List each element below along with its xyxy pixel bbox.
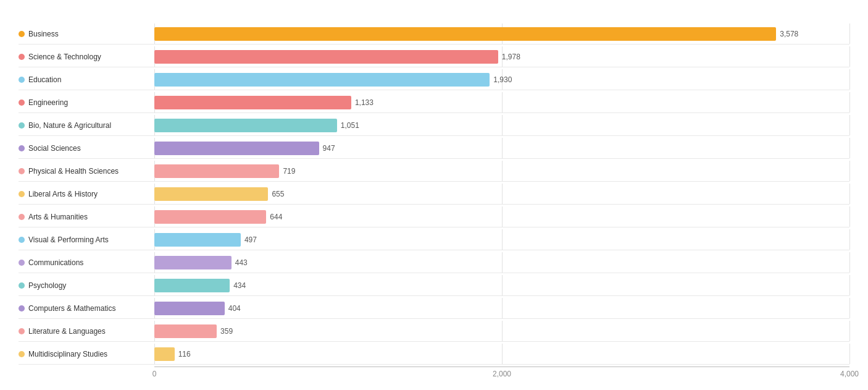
bar-row: Business3,578 [19, 23, 849, 45]
bar-label-text: Education [28, 75, 61, 84]
bar-value-label: 719 [283, 167, 295, 176]
bar-label-text: Liberal Arts & History [28, 190, 98, 198]
grid-line [849, 344, 850, 364]
grid-line [849, 46, 850, 67]
bar-label-text: Physical & Health Sciences [28, 167, 119, 176]
bar-label: Liberal Arts & History [19, 190, 154, 198]
grid-line [849, 298, 850, 318]
bar-track: 404 [154, 298, 849, 318]
bar-label-text: Literature & Languages [28, 327, 106, 336]
bar-label: Social Sciences [19, 144, 154, 153]
bar-value-label: 443 [235, 258, 248, 267]
bar-label: Literature & Languages [19, 327, 154, 336]
bar-value-label: 1,930 [493, 75, 512, 84]
bar-fill [154, 142, 319, 155]
grid-line [849, 206, 850, 227]
chart-wrapper: Business3,578Science & Technology1,978Ed… [19, 12, 849, 381]
bar-row: Literature & Languages359 [19, 321, 849, 342]
grid-line [849, 229, 850, 250]
bar-value-label: 359 [220, 327, 233, 336]
bar-row: Visual & Performing Arts497 [19, 229, 849, 250]
bar-fill [154, 324, 217, 338]
bar-label: Multidisciplinary Studies [19, 350, 154, 358]
x-axis-label: 2,000 [493, 370, 511, 378]
bar-label-text: Science & Technology [28, 53, 101, 61]
bar-value-label: 644 [270, 213, 282, 221]
bar-dot [19, 122, 25, 129]
grid-line [849, 275, 850, 295]
bar-row: Arts & Humanities644 [19, 206, 849, 227]
bar-fill [154, 187, 268, 201]
bar-value-label: 1,051 [341, 121, 359, 130]
bar-row: Engineering1,133 [19, 92, 849, 113]
bar-dot [19, 237, 25, 243]
bar-label: Arts & Humanities [19, 213, 154, 221]
grid-line [849, 252, 850, 273]
bar-track: 497 [154, 229, 849, 250]
bar-value-label: 655 [272, 190, 284, 198]
grid-line [849, 138, 850, 158]
bar-dot [19, 351, 25, 357]
bar-label: Computers & Mathematics [19, 304, 154, 313]
bar-fill [154, 164, 279, 178]
bar-label: Education [19, 75, 154, 84]
grid-line [849, 23, 850, 44]
x-axis: 02,0004,000 [154, 367, 849, 381]
grid-line [849, 321, 850, 341]
bar-dot [19, 77, 25, 83]
bar-label-text: Arts & Humanities [28, 213, 88, 221]
grid-line [849, 69, 850, 90]
bar-label: Bio, Nature & Agricultural [19, 121, 154, 130]
bar-dot [19, 168, 25, 174]
bar-label-text: Multidisciplinary Studies [28, 350, 107, 358]
x-axis-label: 4,000 [840, 370, 859, 378]
bar-track: 3,578 [154, 23, 849, 44]
bar-label-text: Engineering [28, 98, 68, 107]
bar-row: Computers & Mathematics404 [19, 298, 849, 319]
bar-track: 655 [154, 184, 849, 204]
bar-label-text: Communications [28, 258, 83, 267]
bar-track: 644 [154, 206, 849, 227]
bar-value-label: 3,578 [780, 30, 798, 38]
bar-label-text: Bio, Nature & Agricultural [28, 121, 111, 130]
bar-fill [154, 302, 225, 315]
bar-dot [19, 282, 25, 289]
bar-row: Science & Technology1,978 [19, 46, 849, 67]
bar-value-label: 947 [323, 144, 335, 153]
bar-value-label: 434 [233, 281, 246, 290]
bar-row: Liberal Arts & History655 [19, 184, 849, 205]
bar-label-text: Visual & Performing Arts [28, 235, 109, 244]
bar-dot [19, 214, 25, 220]
bar-row: Education1,930 [19, 69, 849, 90]
bar-dot [19, 145, 25, 151]
bar-dot [19, 328, 25, 334]
bar-fill [154, 27, 776, 41]
bar-value-label: 1,978 [502, 53, 520, 61]
bar-fill [154, 347, 175, 361]
x-axis-label: 0 [152, 370, 157, 378]
bar-label: Communications [19, 258, 154, 267]
bar-label-text: Computers & Mathematics [28, 304, 115, 313]
bar-value-label: 116 [178, 350, 191, 358]
bar-track: 719 [154, 161, 849, 181]
bar-fill [154, 279, 230, 292]
bar-fill [154, 210, 266, 224]
bar-dot [19, 191, 25, 197]
bar-track: 116 [154, 344, 849, 364]
bar-dot [19, 54, 25, 60]
grid-line [849, 92, 850, 112]
bar-fill [154, 119, 337, 132]
bar-label: Visual & Performing Arts [19, 235, 154, 244]
grid-line [849, 115, 850, 135]
bar-row: Social Sciences947 [19, 138, 849, 159]
bar-label-text: Business [28, 30, 59, 38]
bar-fill [154, 73, 490, 87]
bar-label: Science & Technology [19, 53, 154, 61]
bar-fill [154, 256, 232, 269]
bar-label: Psychology [19, 281, 154, 290]
bar-row: Multidisciplinary Studies116 [19, 344, 849, 365]
bar-track: 443 [154, 252, 849, 273]
bar-track: 1,051 [154, 115, 849, 135]
bar-row: Psychology434 [19, 275, 849, 296]
bar-label-text: Social Sciences [28, 144, 81, 153]
